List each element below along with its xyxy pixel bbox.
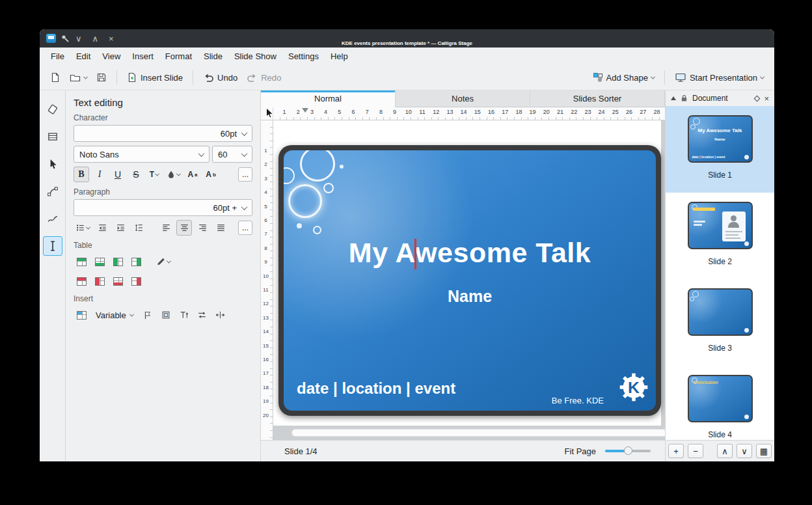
text-editing-tool[interactable] [43,236,62,256]
distribute-button[interactable] [213,307,228,323]
zoom-mode-label[interactable]: Fit Page [565,446,596,456]
start-presentation-button[interactable]: Start Presentation [671,69,768,86]
menu-view[interactable]: View [96,49,126,64]
text-color-chevron-icon[interactable] [176,171,181,176]
slide-thumbnail-item[interactable]: Slide 2 [666,193,774,279]
horizontal-ruler[interactable]: 1234567891011121314151617181920212223242… [273,107,665,120]
insert-column-right-button[interactable] [128,254,144,269]
paragraph-style-chevron-icon[interactable] [241,204,248,210]
start-presentation-chevron-icon[interactable] [760,74,765,79]
menu-slide-show[interactable]: Slide Show [228,49,282,64]
insert-row-above-button[interactable] [74,254,89,269]
align-left-button[interactable] [158,220,174,236]
menu-slide[interactable]: Slide [198,49,228,64]
open-document-button[interactable] [66,69,91,86]
redo-button[interactable]: Redo [243,69,285,86]
font-family-chevron-icon[interactable] [198,150,205,157]
align-justify-button[interactable] [213,220,228,236]
connection-tool[interactable] [43,182,62,201]
tab-notes[interactable]: Notes [396,90,530,107]
line-spacing-button[interactable] [131,220,146,236]
font-size-chevron-icon[interactable] [241,150,248,157]
align-right-button[interactable] [195,220,210,236]
slide-title-text[interactable]: My Awesome Talk [284,237,656,269]
add-slide-button[interactable]: + [668,444,684,458]
character-style-select[interactable]: 60pt [74,125,252,142]
slide-editor[interactable]: My Awesome Talk Name date | location | e… [284,150,656,411]
paragraph-more-button[interactable]: ... [238,221,252,235]
freehand-path-tool[interactable] [43,209,62,228]
menu-format[interactable]: Format [159,49,198,64]
indent-marker[interactable] [302,108,308,113]
add-shape-chevron-icon[interactable] [651,74,655,79]
float-docker-icon[interactable] [754,95,761,102]
menu-edit[interactable]: Edit [70,49,96,64]
slide-tagline-text[interactable]: Be Free. KDE [552,396,604,405]
list-style-button[interactable] [74,220,92,236]
bookmark-button[interactable] [140,307,156,323]
variable-dropdown[interactable]: Variable [92,308,137,322]
align-center-button[interactable] [176,220,192,236]
bold-button[interactable]: B [74,167,89,182]
insert-section-button[interactable] [158,307,174,323]
slide-thumbnail-item[interactable]: My Awesome Talk Name date | location | e… [666,106,774,193]
italic-button[interactable]: I [92,167,107,182]
slide-1-thumbnail[interactable]: My Awesome Talk Name date | location | e… [688,115,753,163]
horizontal-scrollbar[interactable] [291,429,665,437]
delete-column-button[interactable] [92,273,107,289]
insert-row-below-button[interactable] [92,254,107,269]
move-slide-down-button[interactable]: ∨ [737,444,752,458]
superscript-button[interactable]: Aa [185,167,200,182]
lock-icon[interactable] [681,94,688,102]
split-cells-button[interactable] [128,273,144,289]
tab-slides-sorter[interactable]: Slides Sorter [530,90,665,107]
menu-help[interactable]: Help [325,49,354,64]
character-more-button[interactable]: ... [238,167,252,182]
character-style-chevron-icon[interactable] [241,130,248,136]
decrease-indent-button[interactable] [94,220,110,236]
table-border-pen-button[interactable] [154,254,172,269]
menu-file[interactable]: File [45,49,70,64]
text-direction-button[interactable] [176,307,192,323]
add-shape-button[interactable]: Add Shape [589,69,658,86]
collapse-icon[interactable] [671,96,676,100]
slide-page[interactable]: My Awesome Talk Name date | location | e… [273,120,661,426]
slide-canvas[interactable]: 1234567891011121314151617181920 My Aweso… [261,120,665,440]
undo-button[interactable]: Undo [199,69,241,86]
change-case-chevron-icon[interactable] [155,171,159,176]
zoom-slider-handle[interactable] [624,446,632,455]
zoom-slider[interactable] [605,446,651,456]
swap-button[interactable] [195,307,210,323]
slide-thumbnail-item[interactable]: Conclusion Slide 4 [666,366,774,440]
increase-indent-button[interactable] [113,220,128,236]
slide-layout-button[interactable]: ▦ [756,444,772,458]
list-style-chevron-icon[interactable] [86,225,90,229]
pen-chevron-icon[interactable] [167,258,171,263]
insert-column-left-button[interactable] [110,254,126,269]
move-slide-up-button[interactable]: ∧ [717,444,733,458]
tab-normal[interactable]: Normal [261,90,396,107]
save-button[interactable] [92,69,111,86]
interaction-tool[interactable] [43,154,62,174]
new-document-button[interactable] [46,69,64,86]
slide-3-thumbnail[interactable] [688,288,753,336]
vertical-ruler[interactable]: 1234567891011121314151617181920 [261,120,273,440]
underline-button[interactable]: U [110,167,126,182]
edit-shapes-tool[interactable] [43,100,62,119]
change-case-button[interactable]: T [146,167,162,182]
menu-settings[interactable]: Settings [282,49,325,64]
insert-slide-button[interactable]: Insert Slide [123,69,187,86]
strikethrough-button[interactable]: S [128,167,144,182]
variable-chevron-icon[interactable] [129,312,134,316]
slide-2-thumbnail[interactable] [688,202,753,249]
delete-slide-button[interactable]: − [688,444,703,458]
text-color-button[interactable] [165,167,182,182]
slide-subtitle-text[interactable]: Name [284,287,656,306]
slide-footer-text[interactable]: date | location | event [297,379,455,398]
font-family-select[interactable]: Noto Sans [74,146,210,163]
merge-cells-button[interactable] [110,273,126,289]
menu-insert[interactable]: Insert [126,49,159,64]
insert-table-button[interactable] [74,307,89,323]
paragraph-style-select[interactable]: 60pt + [74,199,252,216]
titlebar[interactable]: KDE events presentation template * — Cal… [40,29,774,48]
